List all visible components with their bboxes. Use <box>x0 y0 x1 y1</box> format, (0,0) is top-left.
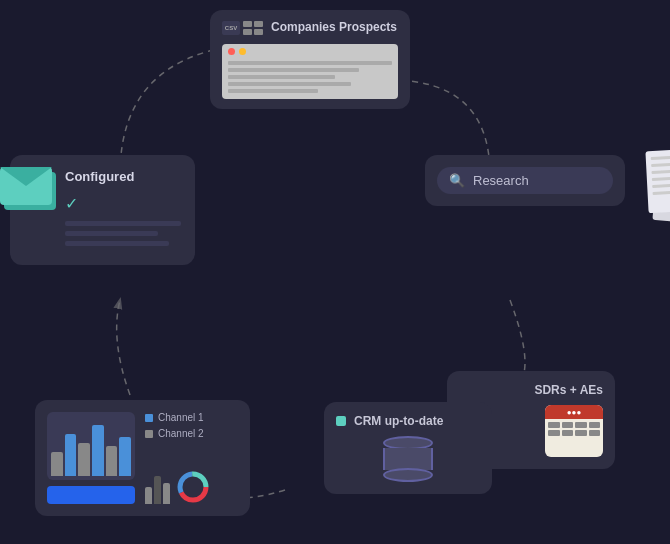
research-search-bar: 🔍 Research <box>437 167 613 194</box>
sdrs-title: SDRs + AEs <box>459 383 603 397</box>
chart-bars <box>47 412 135 480</box>
companies-title: Companies Prospects <box>271 20 397 36</box>
mini-bar-chart <box>145 476 170 504</box>
bar-3 <box>78 443 90 476</box>
legend-item-1: Channel 1 <box>145 412 238 423</box>
database-icon <box>383 436 433 482</box>
chart-right: Channel 1 Channel 2 <box>145 412 238 504</box>
crm-card: CRM up-to-date <box>324 402 492 494</box>
configured-card: Configured ✓ <box>10 155 195 265</box>
envelope-icon <box>0 167 52 205</box>
bar-5 <box>106 446 118 476</box>
blue-button[interactable] <box>47 486 135 504</box>
table-icon <box>243 21 263 35</box>
calendar-icon: ●●● <box>545 405 603 457</box>
bar-4 <box>92 425 104 476</box>
line-2 <box>228 68 359 72</box>
cal-grid <box>545 419 603 439</box>
csv-box: CSV <box>222 21 240 35</box>
spreadsheet-lines <box>222 59 398 98</box>
crm-title: CRM up-to-date <box>354 414 443 428</box>
chart-legend: Channel 1 Channel 2 <box>145 412 238 439</box>
config-lines <box>65 221 181 246</box>
legend-label-1: Channel 1 <box>158 412 204 423</box>
donut-chart <box>176 470 210 504</box>
canvas: CSV Companies Prospects <box>0 0 670 544</box>
csv-icon: CSV <box>222 21 263 35</box>
db-bottom <box>383 468 433 482</box>
config-line-2 <box>65 231 158 236</box>
crm-header: CRM up-to-date <box>336 414 480 428</box>
dot-red <box>228 48 235 55</box>
legend-item-2: Channel 2 <box>145 428 238 439</box>
configured-title: Configured <box>65 169 181 184</box>
search-icon: 🔍 <box>449 173 465 188</box>
chart-preview-area <box>47 412 135 504</box>
research-label: Research <box>473 173 529 188</box>
chart-card: Channel 1 Channel 2 <box>35 400 250 516</box>
research-card: 🔍 Research <box>425 155 625 206</box>
window-dots <box>222 44 398 59</box>
legend-dot-2 <box>145 430 153 438</box>
bar-1 <box>51 452 63 476</box>
crm-indicator <box>336 416 346 426</box>
bar-2 <box>65 434 77 476</box>
calendar-header: ●●● <box>545 405 603 419</box>
line-3 <box>228 75 335 79</box>
companies-card: CSV Companies Prospects <box>210 10 410 109</box>
mini-bar-2 <box>154 476 161 504</box>
mini-bar-3 <box>163 483 170 504</box>
bar-6 <box>119 437 131 476</box>
config-line-1 <box>65 221 181 226</box>
spreadsheet-preview <box>222 44 398 99</box>
dot-yellow <box>239 48 246 55</box>
mini-charts <box>145 470 238 504</box>
line-1 <box>228 61 392 65</box>
check-icon: ✓ <box>65 194 181 213</box>
companies-header: CSV Companies Prospects <box>222 20 398 36</box>
line-5 <box>228 89 318 93</box>
db-body <box>383 448 433 470</box>
mini-bar-1 <box>145 487 152 504</box>
legend-dot-1 <box>145 414 153 422</box>
cal-month: ●●● <box>567 408 582 417</box>
line-4 <box>228 82 351 86</box>
chart-content: Channel 1 Channel 2 <box>47 412 238 504</box>
legend-label-2: Channel 2 <box>158 428 204 439</box>
config-line-3 <box>65 241 169 246</box>
